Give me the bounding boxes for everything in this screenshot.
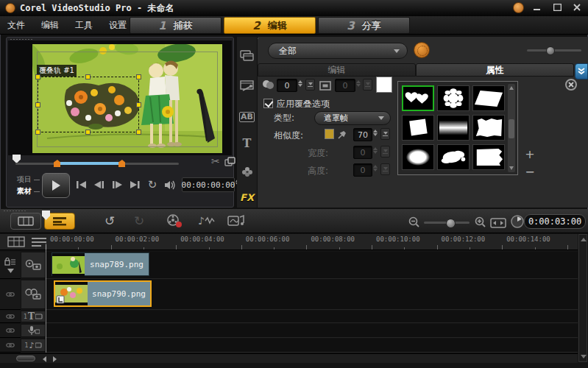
similarity-color-swatch[interactable] [325, 129, 334, 139]
panel-tab-1[interactable]: 属性 [416, 63, 574, 77]
mask-thumbnail-burst[interactable] [437, 85, 470, 111]
sound-mixer-icon[interactable] [227, 213, 246, 228]
apply-overlay-checkbox[interactable] [263, 99, 273, 108]
record-capture-icon[interactable] [165, 213, 184, 228]
trim-start-handle[interactable] [54, 160, 60, 167]
track-manager-icon[interactable] [7, 236, 25, 250]
menu-item-2[interactable]: 工具 [75, 19, 93, 32]
scroll-up-icon[interactable] [509, 86, 514, 90]
title-icon[interactable]: T [237, 132, 257, 155]
mask-thumbnail-gradient-bar[interactable] [437, 115, 470, 141]
track-header-video[interactable] [21, 252, 46, 278]
storyboard-view-button[interactable] [10, 213, 41, 230]
panel-tab-0[interactable]: 编辑 [258, 63, 416, 77]
scroll-down-icon[interactable] [581, 355, 587, 358]
scroll-down-icon[interactable] [509, 166, 514, 170]
eyedropper-icon[interactable] [337, 129, 347, 143]
ruler-ticks[interactable]: 00:00:00:0000:00:02:0000:00:04:0000:00:0… [46, 234, 577, 250]
width-slider-button[interactable] [380, 146, 390, 158]
redo-icon[interactable]: ↻ [130, 213, 149, 228]
minimize-button[interactable] [531, 1, 544, 13]
badge-icon[interactable] [513, 2, 524, 13]
slider-knob[interactable] [446, 219, 456, 228]
remove-mask-button[interactable]: − [524, 165, 536, 179]
height-spinner[interactable] [373, 165, 378, 171]
project-mode-button[interactable]: 项目 [17, 174, 40, 185]
border-slider-button[interactable] [363, 79, 372, 91]
fit-project-icon[interactable] [489, 216, 508, 230]
track-header-overlay[interactable] [21, 280, 46, 309]
track-music[interactable] [46, 339, 578, 353]
fx-icon[interactable]: FX [237, 187, 257, 209]
home-button[interactable] [74, 179, 89, 191]
scroll-left-icon[interactable] [43, 356, 46, 362]
menu-item-1[interactable]: 编辑 [41, 19, 59, 32]
height-input[interactable]: 0 [353, 163, 372, 177]
track-header-voice[interactable] [21, 324, 46, 337]
close-panel-button[interactable] [565, 79, 577, 91]
border-input[interactable]: 0 [335, 79, 355, 92]
menu-item-0[interactable]: 文件 [7, 19, 25, 32]
preview-timecode[interactable]: 00:00:00:00 [182, 177, 235, 192]
zoom-out-icon[interactable] [405, 215, 424, 230]
cut-icon[interactable]: ✂ [211, 155, 220, 167]
thumbnail-size-slider[interactable] [527, 49, 581, 52]
maximize-button[interactable] [550, 1, 564, 13]
gallery-badge-icon[interactable] [414, 42, 430, 58]
end-button[interactable] [127, 179, 142, 191]
mask-thumbnail-tilted-square[interactable] [402, 115, 434, 141]
clip-mode-button[interactable]: 素材 [17, 186, 40, 197]
width-input[interactable]: 0 [353, 146, 372, 159]
timeline-zoom-slider[interactable] [424, 222, 470, 224]
chapter-list-icon[interactable] [31, 236, 47, 250]
clip-snap789.png[interactable]: snap789.png [52, 252, 149, 276]
border-spinner[interactable] [356, 80, 361, 87]
border-color-swatch[interactable] [376, 77, 392, 93]
transparency-spinner[interactable] [298, 80, 302, 87]
track-state-overlay[interactable] [0, 280, 21, 310]
mask-type-dropdown[interactable]: 遮罩帧 [314, 111, 391, 125]
volume-icon[interactable] [163, 179, 177, 191]
collapse-panel-button[interactable] [575, 63, 588, 79]
track-header-title[interactable]: 1T [21, 311, 46, 322]
timeline-timecode[interactable]: 0:00:03:00 [524, 214, 586, 229]
scroll-mode-button[interactable] [16, 355, 35, 361]
similarity-spinner[interactable] [373, 130, 378, 136]
overlay-selection-box[interactable] [38, 77, 139, 132]
track-title[interactable] [46, 311, 578, 323]
undo-icon[interactable]: ↺ [100, 213, 119, 228]
track-state-voice[interactable] [0, 324, 21, 338]
similarity-slider-button[interactable] [380, 128, 390, 140]
scroll-up-icon[interactable] [581, 238, 587, 241]
mask-thumbnail-hearts[interactable] [402, 85, 434, 111]
menu-item-3[interactable]: 设置 [109, 19, 127, 32]
close-button[interactable] [570, 1, 584, 13]
mask-thumbnail-rough-rect[interactable] [472, 144, 505, 170]
mask-thumbnail-soft-oval[interactable] [402, 144, 434, 170]
next-frame-button[interactable] [110, 179, 124, 191]
media-icon[interactable] [237, 44, 257, 66]
mask-thumbnail-torn-rect[interactable] [472, 115, 505, 141]
selection-handle[interactable] [136, 74, 141, 79]
play-button[interactable] [42, 173, 70, 198]
similarity-input[interactable]: 70 [353, 128, 372, 141]
track-header-music[interactable]: 1♪ [21, 339, 46, 352]
selection-handle[interactable] [85, 74, 91, 79]
track-video[interactable]: snap789.png [46, 252, 578, 279]
selection-handle[interactable] [35, 102, 40, 107]
selection-handle[interactable] [35, 74, 40, 79]
add-mask-button[interactable]: + [524, 147, 536, 161]
timeline-ruler[interactable]: 00:00:00:0000:00:02:0000:00:04:0000:00:0… [0, 234, 578, 250]
audio-icon[interactable]: ♪ [197, 213, 216, 228]
track-state-title[interactable] [0, 311, 21, 323]
height-slider-button[interactable] [380, 163, 390, 175]
step-tab-1[interactable]: 1捕获 [130, 17, 222, 34]
transition-icon[interactable] [237, 75, 257, 97]
track-state-music[interactable] [0, 339, 21, 353]
step-tab-2[interactable]: 2编辑 [224, 17, 316, 34]
repeat-icon[interactable]: ↻ [145, 179, 160, 191]
enlarge-icon[interactable] [224, 156, 235, 170]
selection-handle[interactable] [85, 130, 91, 135]
transparency-input[interactable]: 0 [277, 79, 297, 92]
vertical-scrollbar[interactable] [578, 234, 587, 362]
